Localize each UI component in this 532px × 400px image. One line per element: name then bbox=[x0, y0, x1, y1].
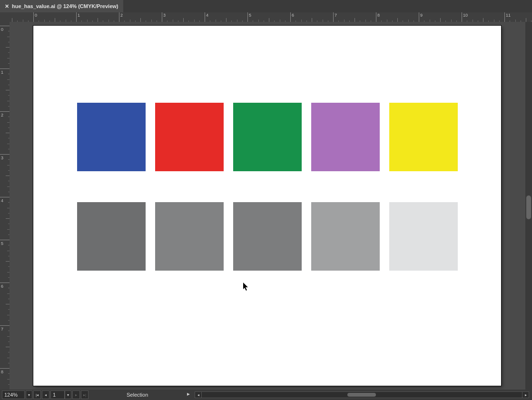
ruler-v-label: 1 bbox=[1, 70, 3, 75]
selection-cursor-icon bbox=[243, 283, 249, 291]
prev-artboard-button[interactable]: ◂ bbox=[42, 390, 49, 399]
color-swatch[interactable] bbox=[155, 103, 224, 171]
ruler-h-label: 6 bbox=[292, 13, 294, 18]
ruler-h-label: 1 bbox=[78, 13, 80, 18]
ruler-v-label: 5 bbox=[1, 241, 3, 246]
gray-swatch[interactable] bbox=[389, 202, 458, 271]
ruler-v-label: 8 bbox=[1, 370, 3, 374]
next-artboard-button[interactable]: ▸ bbox=[72, 390, 80, 399]
horizontal-ruler[interactable]: 01234567891011 bbox=[0, 12, 532, 22]
ruler-v-label: 3 bbox=[1, 156, 3, 160]
color-swatch[interactable] bbox=[311, 103, 380, 171]
current-tool-label: Selection bbox=[127, 392, 148, 398]
zoom-dropdown[interactable]: ▾ bbox=[26, 390, 32, 399]
document-tab-bar: ✕ hue_has_value.ai @ 124% (CMYK/Preview) bbox=[0, 0, 532, 12]
ruler-v-label: 4 bbox=[1, 198, 3, 203]
ruler-h-label: 8 bbox=[377, 13, 380, 18]
first-artboard-button[interactable]: |◂ bbox=[33, 390, 41, 399]
gray-swatch[interactable] bbox=[311, 202, 380, 271]
color-swatch[interactable] bbox=[389, 103, 458, 171]
ruler-v-label: 0 bbox=[1, 27, 3, 32]
ruler-v-label: 2 bbox=[1, 113, 3, 117]
scroll-left-icon[interactable]: ◂ bbox=[195, 392, 202, 398]
ruler-v-label: 6 bbox=[1, 284, 3, 289]
ruler-h-label: 4 bbox=[206, 13, 208, 18]
artboard-dropdown[interactable]: ▾ bbox=[65, 390, 71, 399]
close-icon[interactable]: ✕ bbox=[5, 3, 9, 10]
scroll-right-icon[interactable]: ▸ bbox=[522, 392, 529, 398]
last-artboard-button[interactable]: ▸| bbox=[81, 390, 89, 399]
ruler-h-label: 9 bbox=[420, 13, 423, 18]
ruler-origin[interactable] bbox=[0, 12, 10, 22]
gray-swatch[interactable] bbox=[155, 202, 224, 271]
color-swatch[interactable] bbox=[77, 103, 146, 171]
horizontal-scrollbar[interactable]: ◂ ▸ bbox=[195, 391, 529, 398]
gray-swatch[interactable] bbox=[233, 202, 302, 271]
ruler-h-label: 10 bbox=[463, 13, 468, 18]
artboard-number-input[interactable] bbox=[50, 390, 65, 399]
vertical-ruler[interactable]: 012345678 bbox=[0, 12, 10, 390]
color-swatch[interactable] bbox=[233, 103, 302, 171]
document-tab[interactable]: ✕ hue_has_value.ai @ 124% (CMYK/Preview) bbox=[0, 0, 123, 12]
document-title: hue_has_value.ai @ 124% (CMYK/Preview) bbox=[12, 3, 118, 9]
zoom-input[interactable] bbox=[2, 390, 25, 399]
horizontal-scroll-thumb[interactable] bbox=[347, 393, 376, 397]
status-popup-icon[interactable] bbox=[186, 392, 192, 398]
gray-swatch[interactable] bbox=[77, 202, 146, 271]
ruler-h-label: 5 bbox=[249, 13, 251, 18]
artboard[interactable] bbox=[33, 26, 501, 386]
ruler-h-label: 2 bbox=[120, 13, 123, 18]
canvas-area[interactable] bbox=[10, 22, 525, 390]
ruler-v-label: 7 bbox=[1, 327, 3, 332]
ruler-h-label: 7 bbox=[335, 13, 337, 18]
ruler-h-label: 11 bbox=[506, 13, 511, 18]
vertical-scroll-thumb[interactable] bbox=[526, 195, 531, 219]
status-bar: ▾ |◂ ◂ ▾ ▸ ▸| Selection ◂ ▸ bbox=[0, 390, 532, 400]
vertical-scrollbar[interactable] bbox=[525, 22, 532, 390]
ruler-h-label: 0 bbox=[35, 13, 37, 18]
ruler-h-label: 3 bbox=[163, 13, 166, 18]
